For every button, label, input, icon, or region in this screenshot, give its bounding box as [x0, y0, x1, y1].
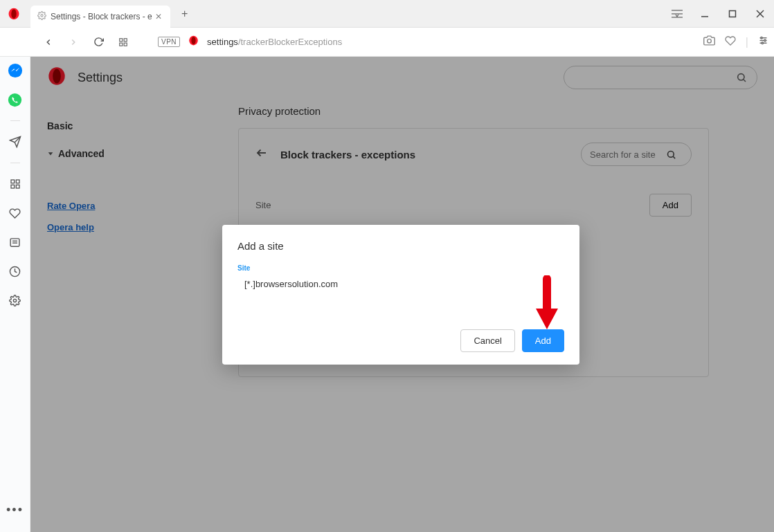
messenger-icon[interactable] [7, 62, 24, 79]
svg-rect-12 [120, 43, 123, 46]
svg-point-15 [191, 37, 195, 44]
speeddial-rail-icon[interactable] [7, 176, 24, 192]
opera-logo-small-icon [188, 35, 199, 48]
tab-close-icon[interactable]: ✕ [152, 10, 165, 23]
svg-rect-29 [11, 185, 15, 188]
svg-point-20 [761, 37, 763, 39]
svg-point-2 [41, 14, 43, 16]
svg-point-23 [8, 64, 21, 77]
site-input[interactable]: [*.]browsersolution.com [244, 279, 338, 289]
url-base: settings [207, 37, 238, 47]
vpn-badge[interactable]: VPN [158, 37, 180, 47]
svg-rect-28 [16, 180, 19, 183]
left-sidebar-rail: ••• [0, 57, 30, 532]
url-path: /trackerBlockerExceptions [238, 37, 342, 47]
whatsapp-icon[interactable] [7, 91, 24, 108]
svg-point-16 [708, 39, 712, 43]
svg-rect-10 [120, 38, 123, 41]
svg-point-21 [764, 39, 766, 42]
add-site-dialog: Add a site Site [*.]browsersolution.com … [222, 225, 579, 365]
maximize-button[interactable] [719, 0, 746, 28]
svg-rect-27 [11, 180, 15, 183]
address-text[interactable]: settings/trackerBlockerExceptions [207, 37, 695, 47]
settings-gear-icon[interactable] [7, 292, 24, 309]
news-icon[interactable] [7, 234, 24, 250]
dialog-field-label: Site [237, 264, 564, 272]
svg-rect-13 [124, 43, 127, 46]
cancel-button[interactable]: Cancel [460, 329, 514, 352]
svg-rect-11 [124, 38, 127, 41]
opera-logo-icon [0, 0, 28, 28]
forward-button[interactable] [65, 34, 82, 51]
svg-point-24 [8, 93, 21, 106]
bookmarks-heart-icon[interactable] [7, 205, 24, 221]
svg-point-35 [13, 299, 16, 302]
titlebar: Settings - Block trackers - e ✕ + [0, 0, 774, 28]
dialog-title: Add a site [237, 240, 564, 252]
easy-setup-icon[interactable] [758, 35, 768, 48]
workspaces-icon[interactable] [663, 0, 691, 28]
add-button[interactable]: Add [522, 329, 564, 352]
svg-rect-7 [730, 10, 736, 17]
svg-rect-30 [16, 185, 19, 188]
speeddial-icon[interactable] [115, 34, 132, 51]
svg-point-22 [762, 42, 764, 44]
send-icon[interactable] [7, 134, 24, 150]
reload-button[interactable] [90, 34, 107, 51]
new-tab-button[interactable]: + [174, 3, 195, 24]
svg-point-1 [11, 9, 17, 19]
window-controls [663, 0, 774, 28]
minimize-button[interactable] [691, 0, 719, 28]
more-icon[interactable]: ••• [7, 502, 24, 518]
history-icon[interactable] [7, 263, 24, 279]
gear-icon [37, 11, 46, 22]
dialog-input-wrap[interactable]: [*.]browsersolution.com [237, 275, 564, 295]
snapshot-icon[interactable] [703, 35, 715, 49]
close-window-button[interactable] [746, 0, 774, 28]
browser-tab[interactable]: Settings - Block trackers - e ✕ [30, 6, 170, 28]
tab-label: Settings - Block trackers - e [51, 12, 152, 21]
address-bar: VPN settings/trackerBlockerExceptions | [0, 28, 774, 57]
heart-icon[interactable] [725, 35, 736, 49]
back-button[interactable] [40, 34, 57, 51]
